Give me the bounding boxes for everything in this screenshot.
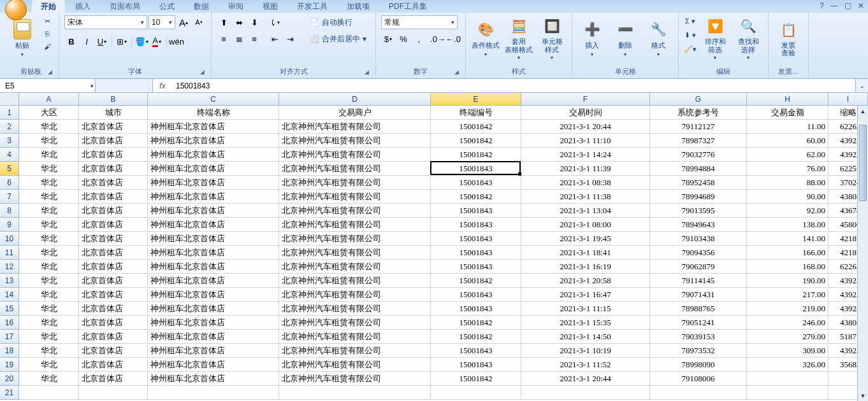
cell[interactable]: 北京首体店 xyxy=(79,330,148,344)
cell[interactable]: 华北 xyxy=(19,120,79,134)
decrease-font-button[interactable]: A▾ xyxy=(192,15,206,29)
cell[interactable]: 2021-3-1 20:58 xyxy=(521,274,650,288)
cell[interactable]: 2021-3-1 14:24 xyxy=(521,148,650,162)
cell[interactable]: 神州租车北京首体店 xyxy=(148,148,279,162)
delete-cells-button[interactable]: ➖删除▾ xyxy=(611,15,640,61)
row-header-20[interactable]: 20 xyxy=(0,372,19,386)
cut-button[interactable]: ✂ xyxy=(41,15,54,27)
cell[interactable]: 北京首体店 xyxy=(79,344,148,358)
cell[interactable] xyxy=(747,386,828,400)
cell[interactable]: 78994689 xyxy=(650,190,747,204)
cell[interactable]: 北京首体店 xyxy=(79,246,148,260)
cell[interactable]: 北京首体店 xyxy=(79,288,148,302)
cell[interactable]: 2021-3-1 11:10 xyxy=(521,134,650,148)
cell[interactable]: 79112127 xyxy=(650,120,747,134)
cell[interactable]: 79039153 xyxy=(650,330,747,344)
cell[interactable]: 华北 xyxy=(19,274,79,288)
cell[interactable]: 神州租车北京首体店 xyxy=(148,344,279,358)
cell[interactable]: 219.00 xyxy=(747,302,828,316)
cell[interactable] xyxy=(747,372,828,386)
underline-button[interactable]: U xyxy=(95,34,109,48)
cell[interactable] xyxy=(19,386,79,400)
cell[interactable]: 交易金额 xyxy=(747,106,828,120)
name-box[interactable]: E5▾ xyxy=(0,79,96,92)
cell[interactable]: 79094356 xyxy=(650,246,747,260)
cell[interactable]: 15001843 xyxy=(431,344,521,358)
row-header-12[interactable]: 12 xyxy=(0,260,19,274)
increase-decimal-button[interactable]: .0→ xyxy=(431,32,445,46)
cell[interactable]: 60.00 xyxy=(747,134,828,148)
cell[interactable]: 北京首体店 xyxy=(79,260,148,274)
cell[interactable]: 246.00 xyxy=(747,316,828,330)
expand-formula-bar[interactable]: ⌄ xyxy=(855,79,868,92)
cell[interactable]: 62.00 xyxy=(747,148,828,162)
row-header-6[interactable]: 6 xyxy=(0,176,19,190)
cell[interactable]: 神州租车北京首体店 xyxy=(148,190,279,204)
border-button[interactable]: ⊞ xyxy=(115,34,129,48)
percent-button[interactable]: % xyxy=(396,32,410,46)
row-header-15[interactable]: 15 xyxy=(0,302,19,316)
cell[interactable]: 神州租车北京首体店 xyxy=(148,162,279,176)
cell[interactable]: 78952458 xyxy=(650,176,747,190)
cell[interactable]: 神州租车北京首体店 xyxy=(148,358,279,372)
cell[interactable]: 78973532 xyxy=(650,344,747,358)
cell[interactable]: 北京首体店 xyxy=(79,176,148,190)
cell[interactable] xyxy=(148,386,279,400)
cell[interactable]: 2021-3-1 15:35 xyxy=(521,316,650,330)
cell[interactable]: 15001843 xyxy=(431,232,521,246)
scroll-up-arrow[interactable]: ▲ xyxy=(858,106,868,116)
format-cells-button[interactable]: 🔧格式▾ xyxy=(644,15,673,61)
cell[interactable]: 北京首体店 xyxy=(79,190,148,204)
row-header-5[interactable]: 5 xyxy=(0,162,19,176)
cell[interactable]: 2021-3-1 20:44 xyxy=(521,372,650,386)
cell[interactable]: 大区 xyxy=(19,106,79,120)
orientation-button[interactable]: ⤹ xyxy=(268,15,282,29)
invoice-check-button[interactable]: 📋发票 查验 xyxy=(774,15,803,61)
copy-button[interactable]: ⎘ xyxy=(41,28,54,39)
cell[interactable]: 北京神州汽车租赁有限公司 xyxy=(279,288,431,302)
row-header-16[interactable]: 16 xyxy=(0,316,19,330)
row-header-7[interactable]: 7 xyxy=(0,190,19,204)
cell[interactable]: 326.00 xyxy=(747,358,828,372)
cell[interactable]: 北京神州汽车租赁有限公司 xyxy=(279,246,431,260)
cell[interactable]: 北京首体店 xyxy=(79,358,148,372)
cell[interactable]: 北京神州汽车租赁有限公司 xyxy=(279,190,431,204)
cell[interactable]: 2021-3-1 16:19 xyxy=(521,260,650,274)
font-color-button[interactable]: A xyxy=(150,34,164,48)
cell[interactable]: 2021-3-1 14:50 xyxy=(521,330,650,344)
cell[interactable]: 华北 xyxy=(19,302,79,316)
autosum-button[interactable]: Σ ▾ xyxy=(684,15,697,27)
fill-button[interactable]: ⬇ ▾ xyxy=(684,29,697,41)
cell[interactable]: 华北 xyxy=(19,330,79,344)
cell[interactable]: 北京神州汽车租赁有限公司 xyxy=(279,344,431,358)
formula-input[interactable]: 15001843 xyxy=(172,81,855,90)
font-dialog-launcher[interactable]: ◢ xyxy=(198,69,206,76)
cell[interactable]: 79103438 xyxy=(650,232,747,246)
row-header-4[interactable]: 4 xyxy=(0,148,19,162)
cell[interactable]: 华北 xyxy=(19,316,79,330)
cell[interactable]: 神州租车北京首体店 xyxy=(148,274,279,288)
cell[interactable]: 华北 xyxy=(19,134,79,148)
cell[interactable]: 华北 xyxy=(19,148,79,162)
cell[interactable]: 终端名称 xyxy=(148,106,279,120)
col-header-A[interactable]: A xyxy=(19,93,79,106)
cell[interactable]: 79071431 xyxy=(650,288,747,302)
cell[interactable]: 15001843 xyxy=(431,358,521,372)
cell[interactable]: 15001842 xyxy=(431,120,521,134)
col-header-F[interactable]: F xyxy=(521,93,650,106)
cell[interactable]: 华北 xyxy=(19,288,79,302)
row-header-3[interactable]: 3 xyxy=(0,134,19,148)
decrease-decimal-button[interactable]: ←.0 xyxy=(446,32,460,46)
cell[interactable] xyxy=(521,386,650,400)
cell[interactable]: 华北 xyxy=(19,260,79,274)
cell[interactable]: 系统参考号 xyxy=(650,106,747,120)
conditional-format-button[interactable]: 🎨条件格式▾ xyxy=(471,15,500,61)
merge-center-button[interactable]: ⬜ 合并后居中 ▾ xyxy=(306,32,370,46)
cell[interactable] xyxy=(431,386,521,400)
cell[interactable]: 神州租车北京首体店 xyxy=(148,246,279,260)
align-bottom-button[interactable]: ⬇ xyxy=(247,15,261,29)
cell[interactable]: 15001842 xyxy=(431,316,521,330)
cell[interactable]: 北京神州汽车租赁有限公司 xyxy=(279,218,431,232)
align-top-button[interactable]: ⬆ xyxy=(217,15,231,29)
cell[interactable]: 78987327 xyxy=(650,134,747,148)
